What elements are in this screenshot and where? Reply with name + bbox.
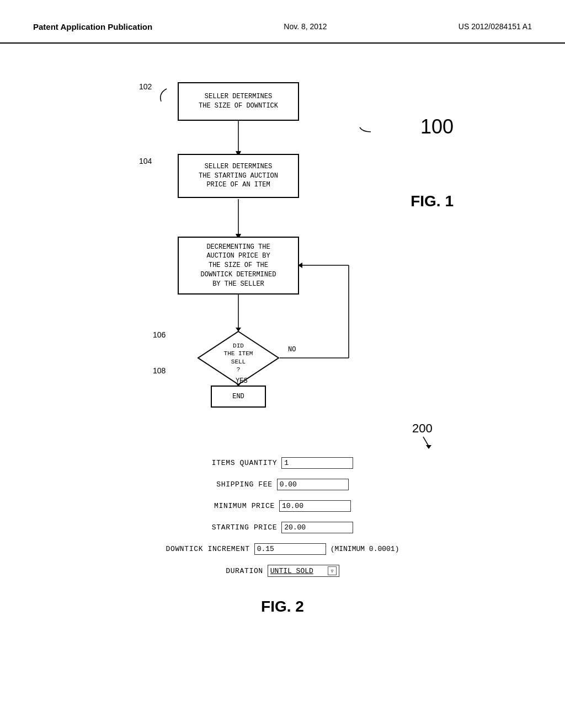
flowchart-box-102: SELLER DETERMINES THE SIZE OF DOWNTICK [178, 82, 299, 121]
svg-line-14 [423, 437, 429, 446]
flowchart-box-104: SELLER DETERMINES THE STARTING AUCTION P… [178, 154, 299, 198]
diamond-text: DID THE ITEM SELL ? [224, 342, 253, 373]
label-shipping-fee: SHIPPING FEE [216, 480, 272, 489]
yes-label: YES [236, 377, 248, 385]
label-downtick-increment: DOWNTICK INCREMENT [166, 545, 250, 553]
ref-100: 100 [420, 115, 454, 138]
header-date: Nov. 8, 2012 [284, 22, 327, 31]
flowchart-box-decrement: DECREMENTING THE AUCTION PRICE BY THE SI… [178, 237, 299, 295]
input-starting-price[interactable] [281, 522, 353, 533]
main-content: 102 SELLER DETERMINES THE SIZE OF DOWNTI… [0, 44, 565, 627]
svg-marker-15 [426, 445, 431, 449]
select-duration-value: UNTIL SOLD [270, 567, 327, 575]
label-starting-price: STARTING PRICE [212, 523, 277, 532]
ref-108: 108 [153, 366, 166, 375]
header: Patent Application Publication Nov. 8, 2… [0, 0, 565, 44]
fig1-flowchart: 102 SELLER DETERMINES THE SIZE OF DOWNTI… [89, 60, 476, 413]
ref-106: 106 [153, 330, 166, 339]
downtick-note: (MINIMUM 0.0001) [331, 545, 399, 553]
select-duration-arrow: ▽ [328, 566, 337, 575]
ref-102: 102 [139, 82, 152, 91]
label-items-quantity: ITEMS QUANTITY [212, 459, 277, 467]
fig2-label: FIG. 2 [89, 598, 476, 615]
ref-200-arrow: 200 [412, 421, 456, 449]
input-items-quantity[interactable] [281, 457, 353, 469]
form-row-minimum-price: MINIMUM PRICE [214, 500, 351, 512]
flowchart-box-end: END [211, 386, 266, 408]
header-publication-title: Patent Application Publication [33, 22, 152, 31]
form-row-downtick-increment: DOWNTICK INCREMENT (MINIMUM 0.0001) [166, 543, 399, 555]
label-duration: DURATION [226, 567, 263, 575]
patent-page: Patent Application Publication Nov. 8, 2… [0, 0, 565, 728]
form-row-starting-price: STARTING PRICE [212, 522, 353, 533]
label-minimum-price: MINIMUM PRICE [214, 502, 275, 510]
fig2-section: 200 ITEMS QUANTITY SHIPPING FEE [89, 430, 476, 615]
svg-text:200: 200 [412, 421, 433, 435]
select-duration[interactable]: UNTIL SOLD ▽ [268, 565, 339, 577]
header-patent-number: US 2012/0284151 A1 [459, 22, 532, 31]
input-shipping-fee[interactable] [277, 479, 349, 490]
form-row-shipping-fee: SHIPPING FEE [216, 479, 348, 490]
input-minimum-price[interactable] [279, 500, 351, 512]
fig1-label: FIG. 1 [411, 192, 454, 210]
form-row-items-quantity: ITEMS QUANTITY [212, 457, 353, 469]
input-downtick-increment[interactable] [254, 543, 326, 555]
form-row-duration: DURATION UNTIL SOLD ▽ [226, 565, 339, 577]
no-label: NO [288, 346, 296, 354]
fig2-form: ITEMS QUANTITY SHIPPING FEE MINIMUM PRIC… [89, 457, 476, 581]
ref-104: 104 [139, 157, 152, 165]
